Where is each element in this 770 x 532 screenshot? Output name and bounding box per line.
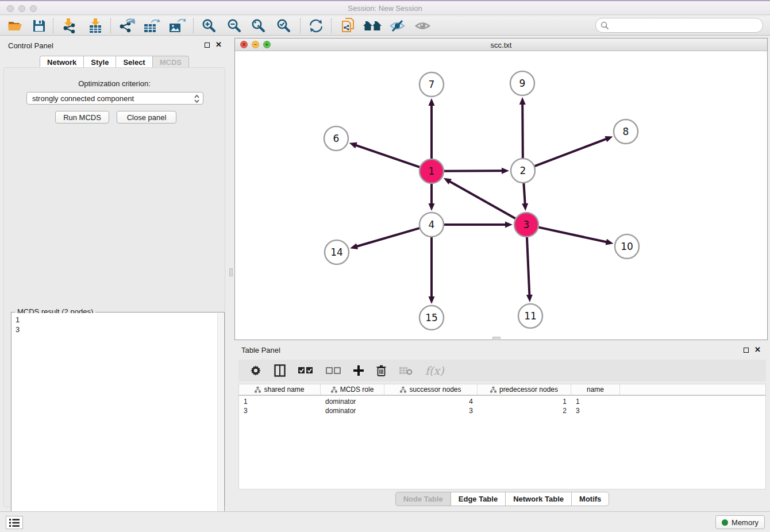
column-label: predecessor nodes [499,385,558,394]
graph-edge-4-14[interactable] [356,228,419,246]
graph-edge-3-1[interactable] [449,181,515,218]
cell-name[interactable]: 1 [571,397,620,406]
column-header-successor-nodes[interactable]: successor nodes [384,384,478,395]
column-header-shared-name[interactable]: shared name [239,384,321,395]
graph-node-label-8: 8 [623,126,629,137]
mcds-panel: Optimization criterion: strongly connect… [3,67,225,507]
close-table-panel-icon[interactable]: ✕ [754,346,761,354]
zoom-out-icon [227,18,242,33]
splitter-grip[interactable] [229,268,233,276]
add-column-button[interactable] [353,365,364,376]
zoom-fit-button[interactable] [247,18,270,34]
cell-successor-nodes[interactable]: 4 [384,397,478,406]
open-session-icon [7,19,23,33]
search-input[interactable] [609,21,753,30]
graph-node-label-10: 10 [621,241,633,252]
graph-edge-2-9[interactable] [522,103,523,158]
deselect-all-columns-button[interactable] [326,367,341,375]
column-layout-button[interactable] [274,364,286,377]
tab-edge-table[interactable]: Edge Table [451,492,505,506]
refresh-button[interactable] [305,18,328,34]
toolbar-separator [300,18,301,33]
clone-network-button[interactable] [337,18,360,34]
hide-selected-button[interactable] [386,18,409,34]
refresh-icon [309,18,324,33]
import-network-button[interactable] [57,18,80,34]
export-network-button[interactable] [115,18,138,34]
close-panel-icon[interactable]: ✕ [215,41,222,49]
network-window-titlebar[interactable]: × − + scc.txt [235,38,767,51]
graph-node-label-15: 15 [425,312,438,323]
toolbar-separator [331,18,332,33]
tab-motifs[interactable]: Motifs [571,492,609,506]
graph-edge-arrowhead [505,222,513,228]
save-session-button[interactable] [28,18,51,34]
cell-mcds-role[interactable]: dominator [321,406,384,415]
network-canvas[interactable]: 7968124314101511 [235,51,767,340]
graph-edge-2-8[interactable] [535,138,607,166]
delete-column-button[interactable] [376,365,386,376]
trash-icon [376,365,386,376]
column-header-name[interactable]: name [571,384,620,395]
cell-mcds-role[interactable]: dominator [321,397,384,406]
graph-edge-1-2[interactable] [444,171,503,171]
open-session-button[interactable] [3,18,26,34]
zoom-selected-button[interactable] [272,18,295,34]
app-titlebar: Session: New Session [0,0,770,15]
gear-icon [250,365,261,376]
cell-name[interactable]: 3 [571,406,620,415]
memory-button[interactable]: Memory [715,515,765,529]
cell-predecessor-nodes[interactable]: 2 [478,406,571,415]
criterion-dropdown[interactable]: strongly connected component [26,92,203,105]
tab-network-table[interactable]: Network Table [505,492,571,506]
cell-shared-name[interactable]: 3 [239,406,321,415]
graph-edge-3-10[interactable] [538,228,607,242]
float-panel-icon[interactable] [205,43,210,48]
column-header-predecessor-nodes[interactable]: predecessor nodes [478,384,571,395]
task-history-button[interactable] [6,516,23,529]
table-row: 3 dominator 3 2 3 [239,406,765,415]
import-table-button[interactable] [84,18,107,34]
graph-edge-arrowhead [429,98,435,106]
column-header-mcds-role[interactable]: MCDS role [321,384,384,395]
graph-edge-arrowhead [429,296,435,304]
delete-table-button[interactable] [399,366,413,375]
cell-successor-nodes[interactable]: 3 [384,406,478,415]
column-label: successor nodes [409,385,461,394]
show-all-button[interactable] [411,18,434,34]
table-panel: Table Panel ✕ [234,342,770,511]
gear-button[interactable] [250,365,261,376]
hierarchy-icon [331,387,337,393]
status-bar: Memory [0,511,770,532]
graph-edge-2-3[interactable] [523,183,525,205]
graph-edge-3-11[interactable] [527,237,529,296]
vertical-splitter[interactable] [229,36,233,339]
search-field[interactable] [595,18,763,33]
search-icon [600,21,609,30]
graph-node-label-2: 2 [520,165,526,176]
mcds-result-text[interactable]: 1 3 [12,313,217,530]
zoom-out-button[interactable] [223,18,246,34]
graph-edge-1-6[interactable] [355,145,419,167]
graph-node-label-11: 11 [524,310,537,322]
horizontal-splitter-grip[interactable] [492,337,500,340]
cell-shared-name[interactable]: 1 [239,397,321,406]
graph-node-label-1: 1 [429,165,435,177]
export-table-button[interactable] [140,18,163,34]
select-all-columns-button[interactable] [298,367,313,375]
export-network-icon [118,18,135,33]
cell-predecessor-nodes[interactable]: 1 [478,397,571,406]
close-panel-button[interactable]: Close panel [117,111,176,124]
tab-node-table[interactable]: Node Table [395,492,451,506]
toolbar-separator [110,18,111,33]
export-image-button[interactable] [165,18,188,34]
graph-node-label-7: 7 [429,79,435,90]
function-builder-button[interactable]: f(x) [425,364,444,377]
zoom-in-button[interactable] [198,18,221,34]
float-table-panel-icon[interactable] [744,348,749,353]
table-toolbar: f(x) [238,360,766,381]
home-button[interactable] [361,18,384,34]
mcds-result-line: 1 [16,315,214,325]
run-mcds-button[interactable]: Run MCDS [55,111,109,124]
result-scrollbar[interactable] [217,313,224,530]
